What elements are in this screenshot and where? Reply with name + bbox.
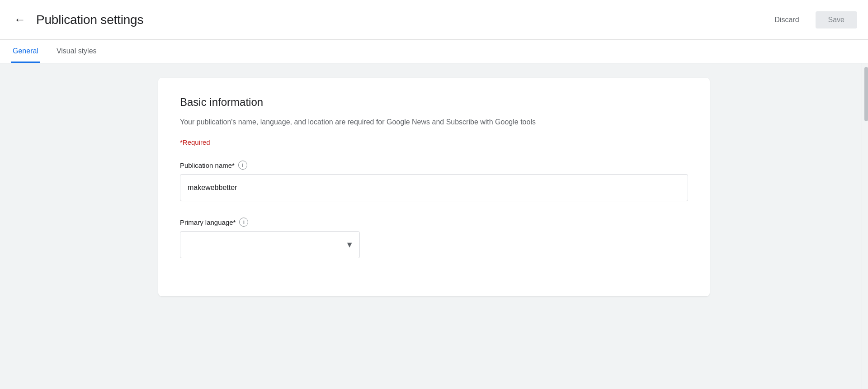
header-left: ← Publication settings (11, 11, 143, 29)
tab-visual-styles[interactable]: Visual styles (55, 41, 99, 63)
required-label: *Required (180, 138, 688, 146)
publication-name-info-icon[interactable]: i (238, 161, 247, 170)
card-title: Basic information (180, 96, 688, 109)
publication-name-label-text: Publication name* (180, 161, 235, 169)
tabs-bar: General Visual styles (0, 40, 868, 63)
publication-name-input[interactable] (180, 174, 688, 201)
tab-general[interactable]: General (11, 41, 40, 63)
scrollbar-track[interactable] (862, 63, 868, 389)
header: ← Publication settings Discard Save (0, 0, 868, 40)
primary-language-label: Primary language* i (180, 218, 688, 227)
discard-button[interactable]: Discard (765, 11, 808, 28)
save-button[interactable]: Save (816, 11, 857, 28)
primary-language-select-wrapper: English Spanish French German Portuguese… (180, 231, 360, 258)
publication-name-group: Publication name* i (180, 161, 688, 201)
primary-language-select[interactable]: English Spanish French German Portuguese… (180, 231, 360, 258)
scrollbar-thumb[interactable] (864, 67, 868, 121)
primary-language-label-text: Primary language* (180, 218, 236, 226)
publication-name-label: Publication name* i (180, 161, 688, 170)
header-right: Discard Save (765, 11, 857, 28)
primary-language-group: Primary language* i English Spanish Fren… (180, 218, 688, 258)
card-description: Your publication's name, language, and l… (180, 117, 688, 128)
basic-information-card: Basic information Your publication's nam… (158, 78, 710, 296)
page-title: Publication settings (36, 13, 143, 27)
back-button[interactable]: ← (11, 11, 29, 29)
main-content: Basic information Your publication's nam… (0, 63, 868, 389)
primary-language-info-icon[interactable]: i (239, 218, 248, 227)
